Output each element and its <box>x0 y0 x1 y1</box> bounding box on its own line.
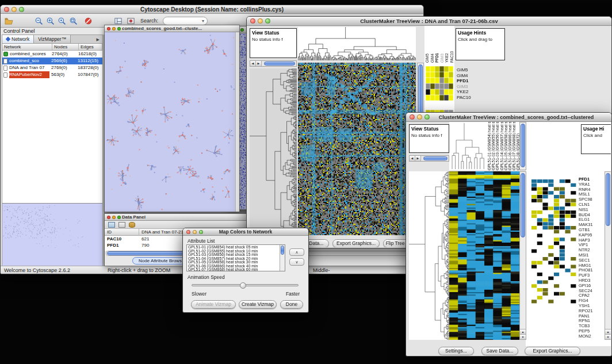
scrollbar-thumb[interactable] <box>606 173 610 226</box>
zoom-in-icon[interactable] <box>45 16 55 26</box>
animation-speed-slider[interactable] <box>192 284 299 286</box>
save-data-button[interactable]: Save Data... <box>481 347 518 355</box>
close-button[interactable] <box>186 230 190 234</box>
network-list-row[interactable]: DNA and Tran 07 2769(0) 183728(0) <box>2 64 102 71</box>
column-label[interactable]: GPL51-03 (GSM856) heat shock 15 min <box>495 122 499 170</box>
tab-vizmapper[interactable]: VizMapper™ <box>34 35 71 43</box>
scroll-right-icon[interactable]: ▶ <box>256 61 262 66</box>
heatmap-vscrollbar[interactable]: ▲ ▼ <box>519 171 526 340</box>
move-up-button[interactable]: ∧ <box>289 248 304 256</box>
tab-overflow-arrow-icon[interactable]: ▶ <box>94 35 102 43</box>
close-button[interactable] <box>410 114 415 120</box>
scrollbar-thumb[interactable] <box>264 62 295 66</box>
scroll-up-icon[interactable]: ▲ <box>605 329 611 334</box>
gene-label[interactable]: MON2 <box>579 334 604 339</box>
column-nodes[interactable]: Nodes <box>52 44 79 50</box>
attribute-item[interactable]: GPL51-07 (GSM868) heat shock 60 min <box>188 268 285 271</box>
scroll-down-icon[interactable]: ▼ <box>520 334 526 339</box>
float-panel-icon[interactable] <box>118 222 125 228</box>
column-id[interactable]: ID <box>105 229 139 236</box>
gene-list-vscrollbar[interactable]: ▲ ▼ <box>605 171 611 340</box>
scrollbar-thumb[interactable] <box>521 173 525 237</box>
zoom-button[interactable] <box>424 114 430 120</box>
row-dendrogram[interactable] <box>409 171 449 340</box>
network-view-scrollbar[interactable] <box>235 32 239 212</box>
tab-network[interactable]: Network <box>2 35 34 43</box>
list-vscrollbar[interactable] <box>280 245 285 271</box>
tree-hscrollbar[interactable]: ◀ ▶ <box>250 60 297 67</box>
zoom-button[interactable] <box>117 216 121 219</box>
settings-button[interactable]: Settings... <box>438 347 474 355</box>
row-label[interactable]: PAC10 <box>457 95 482 101</box>
heatmap[interactable] <box>298 63 416 235</box>
row-label[interactable]: GIM3 <box>457 84 482 90</box>
minimize-button[interactable] <box>112 216 116 219</box>
zoom-button[interactable] <box>240 28 244 32</box>
minimize-button[interactable] <box>417 114 422 120</box>
search-combobox[interactable]: ▾ <box>163 17 208 25</box>
column-label[interactable]: GIM3 <box>440 27 445 63</box>
scroll-left-icon[interactable]: ◀ <box>250 61 256 66</box>
column-label[interactable]: GPL51-05 (GSM858) heat shock 30 min <box>504 122 508 170</box>
scrollbar-thumb[interactable] <box>521 124 525 167</box>
row-label[interactable]: PFD1 <box>457 78 482 84</box>
scroll-right-icon[interactable]: ▶ <box>415 156 421 161</box>
treeview2-titlebar[interactable]: ClusterMaker TreeView : combined_scores_… <box>406 113 611 122</box>
tree-hscrollbar[interactable]: ◀ ▶ <box>409 155 449 162</box>
minimize-button[interactable] <box>12 7 17 12</box>
scrollbar-thumb[interactable] <box>423 156 447 160</box>
labels-vscrollbar[interactable] <box>519 122 526 170</box>
zoom-button[interactable] <box>199 230 203 234</box>
treeview1-titlebar[interactable]: ClusterMaker TreeView : DNA and Tran 07-… <box>247 17 611 26</box>
scroll-left-icon[interactable]: ◀ <box>410 156 415 161</box>
network-overview-canvas[interactable] <box>2 204 102 266</box>
scroll-down-icon[interactable]: ▼ <box>605 334 611 339</box>
column-label[interactable]: PAC10 <box>450 27 455 63</box>
column-label[interactable]: GPL51-04 (GSM857) heat shock 20 min <box>500 122 504 170</box>
column-network[interactable]: Network <box>2 44 52 50</box>
move-down-button[interactable]: ∨ <box>289 258 304 266</box>
dialog-titlebar[interactable]: Map Colors to Network <box>183 228 308 236</box>
row-label[interactable]: GIM4 <box>457 73 482 79</box>
zoom-button[interactable] <box>117 27 121 30</box>
selected-heatmap[interactable] <box>531 179 576 304</box>
network-canvas[interactable] <box>105 32 235 212</box>
heatmap[interactable] <box>449 171 519 340</box>
scroll-up-icon[interactable]: ▲ <box>520 329 526 334</box>
create-vizmap-button[interactable]: Create Vizmap <box>239 300 277 309</box>
correlation-matrix[interactable] <box>426 66 453 101</box>
slider-knob[interactable] <box>240 282 246 289</box>
column-edges[interactable]: Edges <box>79 44 102 50</box>
ban-icon[interactable] <box>83 16 93 26</box>
close-button[interactable] <box>107 216 110 219</box>
close-button[interactable] <box>250 18 255 24</box>
zoom-button[interactable] <box>265 18 270 24</box>
close-button[interactable] <box>4 7 9 12</box>
close-button[interactable] <box>107 27 110 30</box>
network-list-row[interactable]: combined_sco 2569(6) 13112(15) <box>2 58 102 64</box>
network-overview-panel[interactable] <box>2 203 102 266</box>
main-titlebar[interactable]: Cytoscape Desktop (Session Name: collins… <box>1 5 423 14</box>
animate-vizmap-button[interactable]: Animate Vizmap <box>191 300 236 309</box>
column-dendrogram[interactable] <box>298 27 416 60</box>
zoom-fit-icon[interactable] <box>68 16 78 26</box>
attribute-list[interactable]: GPL51-01 (GSM854) heat shock 05 minGPL51… <box>186 244 285 271</box>
scrollbar-thumb[interactable] <box>281 246 284 255</box>
table-icon[interactable] <box>108 222 115 228</box>
row-label[interactable]: YKE2 <box>457 89 482 95</box>
network-list-row[interactable]: RNAPuberNov2 563(0) 107847(0) <box>2 71 102 78</box>
network-view-titlebar[interactable]: combined_scores_good.txt--cluste... <box>105 25 239 32</box>
column-label[interactable]: PFD1 <box>435 27 440 63</box>
minimize-button[interactable] <box>112 27 116 30</box>
zoom-actual-icon[interactable] <box>57 16 67 26</box>
row-dendrogram[interactable] <box>250 68 297 235</box>
export-graphics-button[interactable]: Export Graphics... <box>332 239 380 247</box>
column-label[interactable]: GIM4 <box>430 27 435 63</box>
done-button[interactable]: Done <box>280 300 303 309</box>
row-label[interactable]: GIM5 <box>457 67 482 73</box>
database-icon[interactable] <box>129 222 135 228</box>
column-dendrogram[interactable] <box>450 123 486 169</box>
column-label[interactable]: YKE2 <box>445 27 450 63</box>
network-list-row[interactable]: combined_scores 2764(0) 16218(0) <box>2 51 102 58</box>
column-label[interactable]: GIM5 <box>425 27 430 63</box>
